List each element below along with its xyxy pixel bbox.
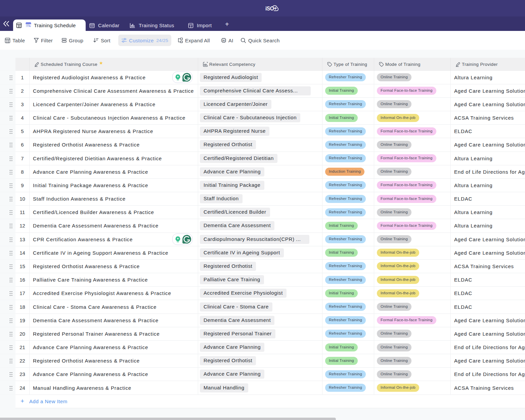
svg-text:AI: AI (222, 39, 225, 42)
